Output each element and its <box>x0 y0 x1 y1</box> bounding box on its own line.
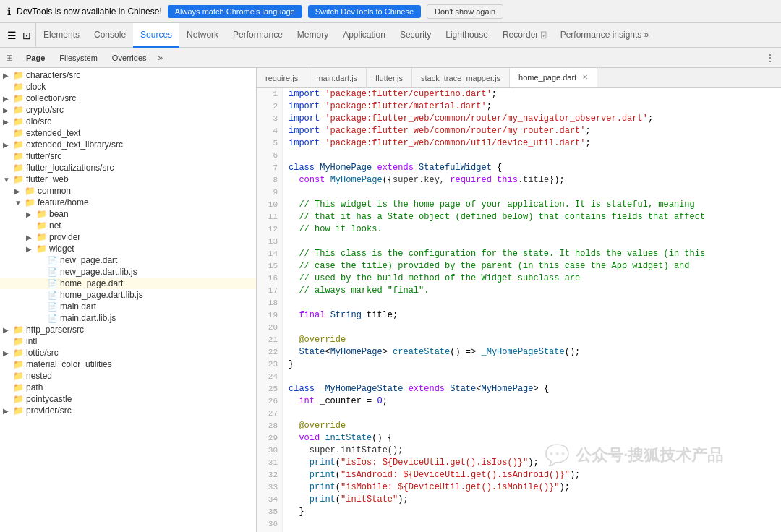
file-tab-require[interactable]: require.js <box>257 68 307 88</box>
tree-item[interactable]: 📄 new_page.dart.lib.js <box>0 266 256 278</box>
code-line: final String title; <box>289 309 775 322</box>
tree-item[interactable]: 📁 material_color_utilities <box>0 359 256 370</box>
line-number: 13 <box>257 236 278 248</box>
code-line: import 'package:flutter_web/common/route… <box>289 113 775 125</box>
line-number: 25 <box>257 383 278 395</box>
code-line: int _counter = 0; <box>289 395 775 408</box>
tab-console[interactable]: Console <box>87 23 133 48</box>
tree-item-name: nested <box>26 371 52 381</box>
tree-item-name: material_color_utilities <box>26 359 112 369</box>
tree-item[interactable]: ▶ 📁 provider <box>0 231 256 243</box>
tree-item[interactable]: ▶ 📁 bean <box>0 208 256 220</box>
tab-recorder[interactable]: Recorder ⌺ <box>495 23 553 48</box>
sub-tab-page[interactable]: Page <box>20 52 51 64</box>
file-tab-flutter[interactable]: flutter.js <box>367 68 412 88</box>
sub-tab-overrides[interactable]: Overrides <box>106 52 153 64</box>
tree-item-name: dio/src <box>26 116 51 126</box>
file-tab-main-dart-js[interactable]: main.dart.js <box>307 68 367 88</box>
dismiss-notif-button[interactable]: Don't show again <box>427 4 503 19</box>
tab-sources[interactable]: Sources <box>133 23 179 48</box>
file-tab-stack-trace[interactable]: stack_trace_mapper.js <box>412 68 510 88</box>
tree-item-name: bean <box>49 209 69 219</box>
code-line: } <box>289 359 775 371</box>
line-number: 35 <box>257 506 278 518</box>
tree-item[interactable]: ▶ 📁 characters/src <box>0 69 256 81</box>
tree-item[interactable]: ▶ 📁 provider/src <box>0 405 256 416</box>
tab-security[interactable]: Security <box>393 23 438 48</box>
tree-item[interactable]: 📁 flutter/src <box>0 150 256 162</box>
code-line: @override <box>289 420 775 432</box>
tree-item-name: feature/home <box>38 197 89 207</box>
tree-item[interactable]: 📄 home_page.dart.lib.js <box>0 289 256 301</box>
inspect-icon[interactable]: ⊡ <box>22 30 31 41</box>
tree-item-name: home_page.dart.lib.js <box>60 290 143 300</box>
code-line: print("isMobile: ${DeviceUtil.get().isMo… <box>289 481 775 494</box>
tree-item[interactable]: 📄 main.dart.lib.js <box>0 312 256 324</box>
tree-item[interactable]: ▶ 📁 collection/src <box>0 93 256 104</box>
tree-arrow: ▶ <box>3 95 13 103</box>
code-line: print("isIos: ${DeviceUtil.get().isIos()… <box>289 457 775 469</box>
code-line <box>289 322 775 334</box>
tree-arrow: ▶ <box>3 72 13 80</box>
tree-item[interactable]: 📁 net <box>0 220 256 231</box>
tree-item[interactable]: ▶ 📁 lottie/src <box>0 347 256 359</box>
sub-tab-menu-icon[interactable]: ⋮ <box>765 52 775 64</box>
tree-item[interactable]: ▼ 📁 flutter_web <box>0 173 256 185</box>
tree-item[interactable]: ▶ 📁 widget <box>0 243 256 254</box>
tree-item-name: new_page.dart.lib.js <box>60 267 137 277</box>
sub-tab-more[interactable]: » <box>158 53 163 63</box>
tree-item[interactable]: ▶ 📁 dio/src <box>0 116 256 127</box>
tab-lighthouse[interactable]: Lighthouse <box>438 23 495 48</box>
tree-item[interactable]: 📁 flutter_localizations/src <box>0 162 256 173</box>
tab-performance[interactable]: Performance <box>226 23 290 48</box>
tree-item[interactable]: 📄 home_page.dart <box>0 278 256 289</box>
line-number: 5 <box>257 137 278 150</box>
tree-arrow: ▼ <box>14 199 25 207</box>
tree-item[interactable]: 📄 new_page.dart <box>0 254 256 266</box>
tree-item[interactable]: 📁 nested <box>0 370 256 382</box>
file-tab-home-page[interactable]: home_page.dart ✕ <box>510 68 597 88</box>
tree-arrow: ▶ <box>3 407 13 415</box>
close-tab-icon[interactable]: ✕ <box>582 73 588 81</box>
tree-item[interactable]: ▶ 📁 crypto/src <box>0 104 256 116</box>
tree-item[interactable]: ▶ 📁 http_parser/src <box>0 324 256 335</box>
match-language-button[interactable]: Always match Chrome's language <box>168 5 302 18</box>
tab-network[interactable]: Network <box>179 23 226 48</box>
sub-tab-filesystem[interactable]: Filesystem <box>54 52 103 64</box>
tree-item[interactable]: ▶ 📁 common <box>0 185 256 197</box>
tree-arrow: ▶ <box>3 141 13 149</box>
tree-item[interactable]: ▶ 📁 extended_text_library/src <box>0 139 256 150</box>
tree-item-name: provider <box>49 232 80 242</box>
tab-elements[interactable]: Elements <box>36 23 87 48</box>
code-line: // how it looks. <box>289 223 775 236</box>
main-content: ▶ 📁 characters/src 📁 clock ▶ 📁 collectio… <box>0 68 781 532</box>
code-editor[interactable]: 1234567891011121314151617181920212223242… <box>257 88 781 532</box>
main-tab-bar: ☰ ⊡ Elements Console Sources Network Per… <box>0 23 781 48</box>
code-line <box>289 518 775 531</box>
devtools-menu-icon[interactable]: ☰ <box>7 30 17 41</box>
code-content[interactable]: import 'package:flutter/cupertino.dart';… <box>283 88 781 532</box>
tree-item-name: common <box>38 186 71 196</box>
switch-language-button[interactable]: Switch DevTools to Chinese <box>308 5 421 18</box>
tree-item[interactable]: 📁 path <box>0 382 256 393</box>
folder-icon: 📁 <box>13 128 24 138</box>
tree-arrow: ▶ <box>26 210 36 218</box>
file-icon: 📄 <box>48 267 58 277</box>
tree-arrow <box>38 314 48 322</box>
tree-item[interactable]: ▼ 📁 feature/home <box>0 197 256 208</box>
tree-item[interactable]: 📁 extended_text <box>0 127 256 139</box>
sources-sub-tabs: ⊞ Page Filesystem Overrides » ⋮ <box>0 48 781 68</box>
tree-item[interactable]: 📁 clock <box>0 81 256 93</box>
tree-item[interactable]: 📁 pointycastle <box>0 393 256 405</box>
line-number: 9 <box>257 186 278 199</box>
tree-item[interactable]: 📁 intl <box>0 335 256 347</box>
tree-arrow <box>3 384 13 392</box>
devtools-icons: ☰ ⊡ <box>3 23 36 48</box>
tab-application[interactable]: Application <box>336 23 393 48</box>
tab-performance-insights[interactable]: Performance insights » <box>553 23 657 48</box>
code-line: import 'package:flutter_web/common/route… <box>289 125 775 137</box>
tree-item[interactable]: 📄 main.dart <box>0 301 256 312</box>
tree-arrow: ▶ <box>3 349 13 357</box>
folder-icon: 📁 <box>36 232 47 242</box>
tab-memory[interactable]: Memory <box>290 23 336 48</box>
